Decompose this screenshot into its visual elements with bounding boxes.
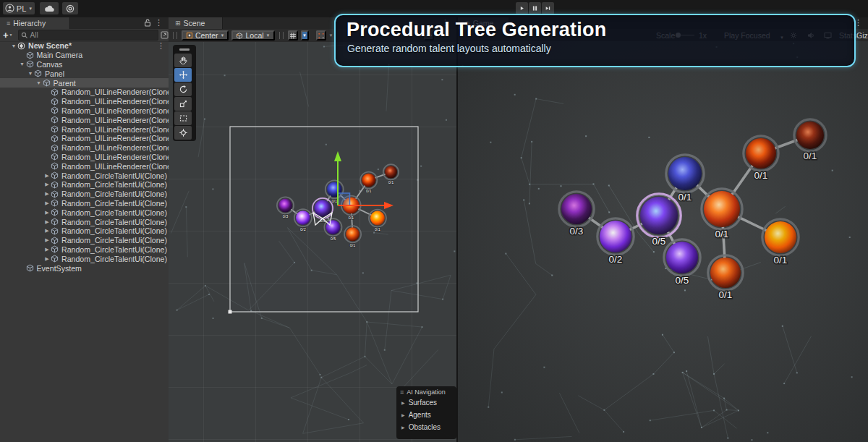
foldout-arrow[interactable]: ▶: [43, 228, 51, 234]
scene-options-kebab[interactable]: ⋮: [157, 41, 165, 51]
move-tool-button[interactable]: [174, 68, 192, 82]
tab-hierarchy[interactable]: ≡ Hierarchy: [0, 17, 70, 29]
foldout-arrow[interactable]: ▶: [43, 256, 51, 262]
foldout-arrow[interactable]: ▶: [43, 173, 51, 179]
hierarchy-item[interactable]: ▶Random_CircleTalentUi(Clone): [0, 254, 169, 263]
hierarchy-item[interactable]: ▶Random_CircleTalentUi(Clone): [0, 226, 169, 236]
hierarchy-item-label: Random_UILineRenderer(Clone): [61, 106, 169, 115]
game-viewport[interactable]: 0/30/20/50/10/50/10/10/10/10/1: [458, 41, 868, 442]
hierarchy-item-label: Random_CircleTalentUi(Clone): [61, 245, 167, 254]
hierarchy-item[interactable]: Random_UILineRenderer(Clone): [0, 97, 169, 106]
banner-subtitle: Generate random talent layouts automatic…: [347, 43, 854, 54]
drag-handle-icon: ≡: [400, 388, 404, 396]
gameobject-icon: [51, 245, 59, 253]
cloud-button[interactable]: [40, 2, 59, 14]
talent-points-label: 0/1: [331, 199, 337, 203]
play-button[interactable]: [516, 2, 528, 14]
hierarchy-item-label: Random_UILineRenderer(Clone): [61, 134, 169, 143]
search-window-icon[interactable]: [161, 31, 169, 39]
nav-item-surfaces[interactable]: ▶ Surfaces: [396, 396, 456, 409]
talent-points-label: 0/3: [570, 226, 584, 237]
hierarchy-item[interactable]: ▶Random_CircleTalentUi(Clone): [0, 236, 169, 245]
talent-node[interactable]: 0/1: [708, 255, 743, 300]
foldout-arrow[interactable]: ▶: [43, 182, 51, 187]
hierarchy-item[interactable]: Random_UILineRenderer(Clone): [0, 153, 169, 162]
hierarchy-item[interactable]: Random_UILineRenderer(Clone): [0, 124, 169, 134]
gameobject-icon: [51, 255, 59, 263]
talent-node[interactable]: 0/1: [794, 119, 826, 161]
account-button[interactable]: PL ▼: [3, 2, 35, 14]
create-object-button[interactable]: + ▼: [3, 30, 13, 41]
nav-item-agents[interactable]: ▶ Agents: [396, 409, 456, 421]
hierarchy-item[interactable]: Random_UILineRenderer(Clone): [0, 115, 169, 124]
grid-visibility-button[interactable]: [288, 30, 298, 41]
hierarchy-item[interactable]: ▶Random_CircleTalentUi(Clone): [0, 217, 169, 226]
hierarchy-item[interactable]: Random_UILineRenderer(Clone): [0, 143, 169, 153]
hierarchy-item[interactable]: ▶Random_CircleTalentUi(Clone): [0, 171, 169, 180]
foldout-arrow[interactable]: ▼: [27, 71, 34, 76]
talent-node[interactable]: 0/1: [762, 219, 799, 265]
hierarchy-item[interactable]: ▶Random_CircleTalentUi(Clone): [0, 208, 169, 217]
foldout-arrow[interactable]: ▼: [35, 80, 43, 85]
handle-space-button[interactable]: Local ▼: [231, 30, 274, 41]
gizmos-label: Gizmos: [856, 31, 868, 40]
hierarchy-item[interactable]: EventSystem: [0, 263, 169, 273]
hierarchy-item[interactable]: ▼Parent: [0, 78, 169, 88]
hierarchy-item[interactable]: Random_UILineRenderer(Clone): [0, 88, 169, 97]
rect-tool-button[interactable]: [174, 111, 192, 125]
pivot-mode-button[interactable]: Center ▼: [182, 30, 229, 41]
gameobject-icon: [51, 116, 59, 124]
hierarchy-item[interactable]: Random_UILineRenderer(Clone): [0, 161, 169, 171]
foldout-arrow[interactable]: ▶: [43, 219, 51, 225]
foldout-arrow[interactable]: ▶: [43, 210, 51, 216]
hand-tool-button[interactable]: [174, 54, 192, 67]
talent-node[interactable]: 0/1: [744, 136, 778, 181]
hierarchy-item[interactable]: ▼Panel: [0, 69, 169, 78]
foldout-arrow[interactable]: ▼: [19, 61, 26, 67]
hierarchy-item[interactable]: ▼New Scene*⋮: [0, 41, 169, 51]
gameobject-icon: [34, 69, 42, 77]
panel-divider[interactable]: [456, 17, 458, 442]
nav-item-obstacles[interactable]: ▶ Obstacles: [396, 421, 456, 433]
rect-corner-handle[interactable]: [229, 310, 232, 314]
ai-navigation-header[interactable]: ≡ AI Navigation: [396, 386, 456, 396]
hierarchy-item-label: Random_CircleTalentUi(Clone): [61, 218, 167, 226]
grid-options-dropdown[interactable]: ▼: [301, 30, 309, 41]
hierarchy-item[interactable]: ▶Random_CircleTalentUi(Clone): [0, 180, 169, 190]
version-control-button[interactable]: [62, 2, 78, 14]
rotate-tool-button[interactable]: [174, 82, 192, 96]
hierarchy-item[interactable]: Random_UILineRenderer(Clone): [0, 106, 169, 116]
chevron-down-icon[interactable]: ▼: [329, 33, 333, 38]
hierarchy-search-input[interactable]: All: [18, 30, 158, 41]
hierarchy-item[interactable]: Random_UILineRenderer(Clone): [0, 134, 169, 143]
snap-increment-button[interactable]: [316, 30, 326, 41]
lock-icon[interactable]: [144, 19, 151, 27]
scene-viewport[interactable]: 0/30/20/50/10/50/10/10/10/10/1: [169, 42, 456, 442]
foldout-arrow[interactable]: ▶: [43, 237, 51, 243]
foldout-arrow[interactable]: ▶: [43, 247, 51, 252]
foldout-arrow[interactable]: ▼: [10, 43, 17, 48]
tab-scene[interactable]: ⊞ Scene: [169, 17, 223, 29]
gizmos-button[interactable]: Gizmos: [856, 30, 868, 40]
hierarchy-item[interactable]: ▶Random_CircleTalentUi(Clone): [0, 199, 169, 208]
foldout-arrow[interactable]: ▶: [43, 191, 51, 197]
hierarchy-menu-kebab[interactable]: ⋮: [155, 19, 163, 27]
cube-icon: [236, 32, 243, 40]
talent-node[interactable]: 0/3: [559, 192, 594, 237]
hierarchy-item[interactable]: ▼Canvas: [0, 60, 169, 69]
talent-node[interactable]: 0/2: [597, 218, 634, 265]
foldout-icon: ▶: [401, 425, 405, 430]
transform-tool-button[interactable]: [174, 126, 192, 140]
hierarchy-tabbar: ≡ Hierarchy ⋮: [0, 17, 169, 30]
talent-node[interactable]: 0/5: [664, 239, 700, 286]
talent-node[interactable]: 0/5: [637, 194, 681, 247]
step-button[interactable]: [542, 2, 554, 14]
hierarchy-item[interactable]: ▶Random_CircleTalentUi(Clone): [0, 190, 169, 199]
hierarchy-item[interactable]: ▶Random_CircleTalentUi(Clone): [0, 245, 169, 255]
toolstrip-drag-handle[interactable]: [174, 46, 195, 53]
hierarchy-item[interactable]: Main Camera: [0, 51, 169, 60]
foldout-arrow[interactable]: ▶: [43, 200, 51, 206]
hierarchy-item-label: Random_CircleTalentUi(Clone): [61, 208, 167, 217]
pause-button[interactable]: [529, 2, 541, 14]
scale-tool-button[interactable]: [174, 97, 192, 111]
